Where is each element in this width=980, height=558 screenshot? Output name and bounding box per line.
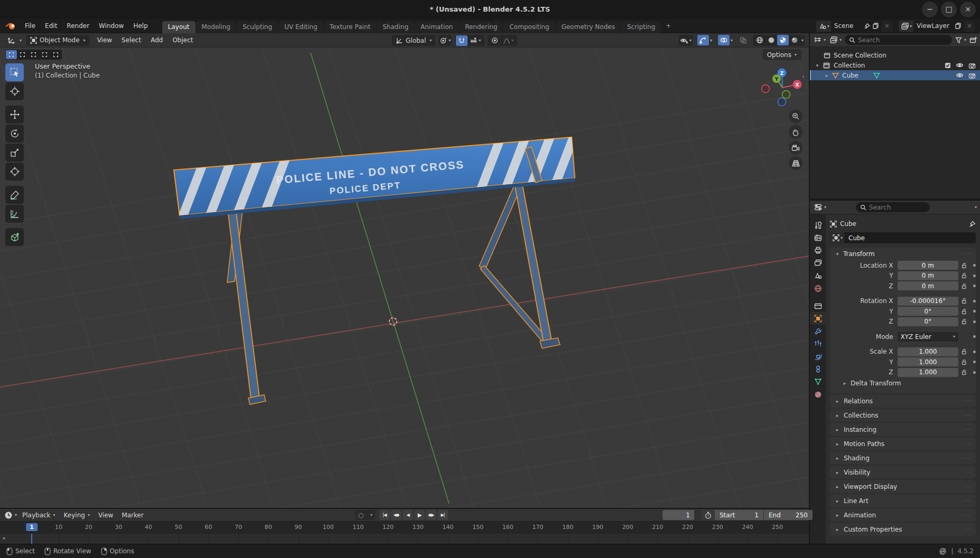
panel-custom-properties[interactable]: ▸Custom Properties···· (830, 523, 976, 536)
jump-to-start-button[interactable]: |◀ (379, 510, 390, 520)
panel-grip-icon[interactable]: ···· (964, 441, 972, 447)
panel-relations[interactable]: ▸Relations···· (830, 394, 976, 408)
animate-dot[interactable] (973, 310, 976, 313)
properties-tab-modifiers[interactable] (810, 325, 826, 337)
tool-scale[interactable] (5, 144, 24, 162)
stopwatch-icon[interactable] (702, 510, 714, 520)
gizmo-axis-x-neg[interactable] (762, 85, 770, 93)
select-mode-invert[interactable] (39, 50, 50, 59)
transform-value-field[interactable]: 1.000 (898, 357, 959, 366)
frame-end-field[interactable]: End250 (764, 510, 813, 520)
viewlayer-name[interactable]: ViewLayer (917, 22, 949, 30)
viewport-menu-view[interactable]: View (92, 35, 117, 45)
zoom-view-button[interactable] (789, 109, 802, 123)
sidebar-collapse-icon[interactable]: ‹ (802, 73, 804, 80)
viewport-3d[interactable]: POLICE LINE - DO NOT CROSS POLICE DEPT Z… (0, 48, 809, 508)
select-mode-set[interactable] (6, 50, 17, 59)
eye-icon[interactable] (956, 72, 964, 78)
viewlayer-icon[interactable]: ▾ (899, 21, 913, 32)
previous-keyframe-button[interactable]: ◀◆ (391, 510, 402, 520)
animate-dot[interactable] (973, 371, 976, 374)
shading-wireframe-button[interactable] (754, 35, 766, 45)
panel-grip-icon[interactable]: ···· (964, 498, 972, 504)
close-button[interactable]: × (960, 2, 976, 17)
tool-cursor[interactable] (5, 82, 24, 100)
animate-dot[interactable] (973, 351, 976, 353)
transform-value-field[interactable]: 0° (898, 317, 959, 326)
outliner-row-cube[interactable]: ▸ Cube (810, 70, 980, 80)
menu-edit[interactable]: Edit (40, 21, 62, 31)
exclude-checkbox[interactable] (945, 62, 951, 69)
outliner-search-input[interactable]: Search (845, 35, 952, 45)
outliner-filter-dropdown[interactable]: ▾ (954, 36, 967, 44)
play-reverse-button[interactable]: ◀ (403, 510, 413, 520)
xray-toggle[interactable] (738, 35, 749, 45)
current-frame-line[interactable] (31, 534, 32, 544)
toggle-ortho-button[interactable] (789, 156, 802, 170)
animate-dot[interactable] (973, 300, 976, 302)
lock-icon[interactable] (958, 359, 970, 365)
eye-icon[interactable] (956, 62, 964, 68)
viewlayer-selector[interactable]: ▾ ViewLayer × (899, 21, 975, 32)
panel-grip-icon[interactable]: ···· (964, 399, 972, 404)
new-scene-icon[interactable] (873, 23, 879, 29)
transform-value-field[interactable]: 0 m (898, 271, 959, 280)
transform-value-field[interactable]: 0 m (898, 281, 959, 290)
pin-icon[interactable] (864, 23, 870, 29)
minimize-button[interactable]: − (922, 2, 938, 17)
tab-scripting[interactable]: Scripting (621, 21, 661, 33)
tab-sculpting[interactable]: Sculpting (237, 21, 278, 33)
timeline-menu-keying[interactable]: Keying▾ (60, 512, 94, 519)
lock-icon[interactable] (958, 298, 970, 304)
camera-view-button[interactable] (789, 141, 802, 155)
barricade-object[interactable]: POLICE LINE - DO NOT CROSS POLICE DEPT (174, 128, 577, 404)
scene-name[interactable]: Scene (834, 22, 854, 30)
tab-texture-paint[interactable]: Texture Paint (324, 21, 376, 33)
menu-window[interactable]: Window (94, 21, 128, 31)
properties-tab-physics[interactable] (810, 350, 826, 363)
navigation-gizmo[interactable]: Z Y X (762, 69, 802, 106)
transform-value-field[interactable]: 1.000 (898, 347, 959, 356)
tab-modeling[interactable]: Modeling (196, 21, 237, 33)
select-mode-intersect[interactable] (50, 50, 61, 59)
outliner-filter-id-dropdown[interactable]: ▾ (829, 36, 843, 44)
tab-geometry-nodes[interactable]: Geometry Nodes (556, 21, 621, 33)
play-button[interactable]: ▶ (414, 510, 425, 520)
snap-magnet-toggle[interactable] (456, 35, 468, 46)
animate-dot[interactable] (973, 361, 976, 363)
panel-visibility[interactable]: ▸Visibility···· (830, 466, 976, 479)
camera-icon[interactable] (968, 62, 976, 69)
pan-view-button[interactable] (789, 125, 802, 139)
outliner-row-scene-collection[interactable]: Scene Collection (810, 50, 980, 60)
blender-logo-icon[interactable] (5, 22, 16, 30)
breadcrumb-object[interactable]: Cube (840, 220, 856, 228)
panel-line-art[interactable]: ▸Line Art···· (830, 494, 976, 507)
proportional-falloff-dropdown[interactable]: ▾ (500, 35, 516, 46)
properties-tab-tool[interactable] (810, 219, 826, 231)
object-id-dropdown[interactable]: ▾ (830, 232, 844, 243)
options-button[interactable]: Options▾ (762, 49, 801, 60)
show-overlays-toggle[interactable] (718, 35, 730, 45)
proportional-editing-toggle[interactable] (489, 35, 500, 46)
new-viewlayer-icon[interactable] (955, 23, 961, 29)
pivot-dropdown[interactable]: ▾ (438, 35, 452, 46)
menu-render[interactable]: Render (62, 21, 94, 31)
properties-options-dropdown[interactable]: ▾ (975, 205, 977, 210)
select-mode-subtract[interactable] (28, 50, 39, 59)
transform-panel-header[interactable]: ▾ Transform ···· (830, 248, 976, 260)
frame-start-field[interactable]: Start1 (715, 510, 763, 520)
next-keyframe-button[interactable]: ◆▶ (426, 510, 436, 520)
panel-shading[interactable]: ▸Shading···· (830, 451, 976, 465)
object-name-input[interactable]: Cube (844, 232, 976, 243)
animate-dot[interactable] (973, 264, 976, 267)
menu-help[interactable]: Help (128, 21, 152, 31)
panel-viewport-display[interactable]: ▸Viewport Display···· (830, 480, 976, 493)
transform-value-field[interactable]: 1.000 (898, 368, 959, 377)
tab-animation[interactable]: Animation (415, 21, 459, 33)
outliner-display-mode-dropdown[interactable]: ▾ (813, 36, 827, 44)
properties-tab-world[interactable] (810, 282, 826, 295)
scene-selector[interactable]: ▾ Scene × (816, 21, 892, 32)
lock-icon[interactable] (958, 308, 970, 315)
panel-animation[interactable]: ▸Animation···· (830, 508, 976, 522)
properties-tab-collection[interactable] (810, 299, 826, 312)
